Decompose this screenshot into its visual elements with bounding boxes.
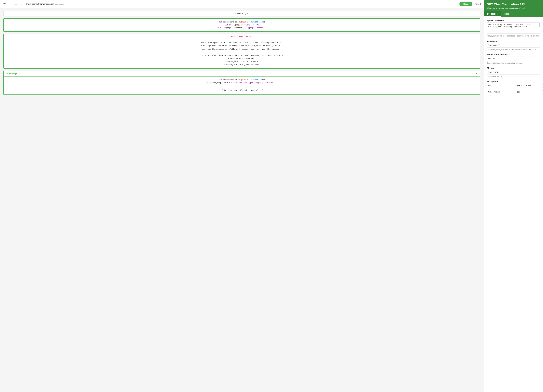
tab-help[interactable]: Help: [501, 11, 512, 17]
ok-flow-code: SET parameters in REQUEST at SERVICE lev…: [6, 79, 477, 86]
messages-label: Messages: [486, 40, 497, 42]
code-line-3: LET messages[0]["content"] = ${input_mes…: [6, 27, 477, 29]
close-button[interactable]: ✕: [538, 2, 541, 6]
chat-block-header: CHAT COMPLETION API: [4, 34, 480, 39]
cursor-icon-5: I: [540, 81, 540, 83]
api-options-expand-1[interactable]: ⬍: [542, 84, 543, 88]
ok-code-line-1: SET parameters in REQUEST at SERVICE lev…: [6, 79, 477, 81]
toolbar: 👁 T ☰ ⤢ Check contact form message@convo…: [0, 0, 484, 8]
comment-line: /* Got response [${check_response}] */: [6, 88, 477, 92]
ok-flow-arrow-icon: ▼: [476, 73, 478, 75]
right-panel-title: GPT Chat Completion API: [486, 3, 540, 6]
code-block-1: SET parameters in REQUEST at SERVICE lev…: [3, 18, 480, 32]
system-message-group: System message I You are AI spam filter.…: [486, 19, 540, 37]
ok-flow-label: OK FLOW (2): [6, 73, 17, 75]
cursor-icon: I: [540, 20, 540, 22]
chat-block-text: You are AI spam filter. Your task is to …: [6, 41, 477, 66]
api-options-val-2[interactable]: [515, 90, 541, 94]
system-message-label: System message: [486, 19, 504, 22]
result-variable-label: Result Variable Name: [486, 53, 508, 56]
system-message-input[interactable]: You are AI spam filter. Your task is to …: [486, 22, 540, 34]
api-options-expand-2[interactable]: ⬍: [542, 90, 543, 94]
code-line-2: LET messages[0]["role"] = user;: [6, 24, 477, 27]
text-icon[interactable]: T: [8, 2, 12, 6]
system-message-wrapper: You are AI spam filter. Your task is to …: [486, 22, 540, 34]
messages-input[interactable]: [486, 43, 540, 48]
workflow-title: Check contact form message@convo-core: [25, 3, 457, 5]
workflow-tag: @convo-core: [53, 3, 64, 5]
properties-body: System message I You are AI spam filter.…: [484, 17, 543, 392]
service-keyword: SERVICE: [251, 21, 258, 23]
api-key-desc: Your OpenAI API key: [486, 75, 540, 78]
tab-properties[interactable]: Properties: [484, 11, 501, 17]
messages-group: Messages I The messages to generate chat…: [486, 40, 540, 51]
api-options-key-1[interactable]: [486, 84, 512, 88]
list-icon[interactable]: ☰: [14, 2, 17, 6]
colon-2: :: [514, 91, 514, 93]
ok-flow-header[interactable]: OK FLOW (2) ▼: [4, 71, 480, 76]
elements-dropdown-icon: ▼: [247, 12, 249, 15]
elements-label: Elements (2): [235, 12, 246, 15]
ok-flow-container: OK FLOW (2) ▼ SET parameters in REQUEST …: [3, 71, 480, 95]
result-variable-desc: Status variable containing completion re…: [486, 62, 540, 64]
chat-completion-block[interactable]: CHAT COMPLETION API You are AI spam filt…: [3, 34, 480, 68]
colon-1: :: [514, 85, 514, 87]
right-panel: GPT Chat Completion API Allows you to ex…: [484, 0, 543, 392]
api-options-row-2: : ⬍: [486, 90, 540, 94]
canvas-area: Elements (2) ▼ SET parameters in REQUEST…: [0, 8, 484, 392]
cursor-icon-3: I: [540, 54, 540, 56]
result-variable-group: Result Variable Name I Status variable c…: [486, 53, 540, 64]
cursor-icon-4: I: [540, 68, 540, 70]
api-key-input[interactable]: [486, 70, 540, 75]
api-key-label: API key: [486, 67, 494, 69]
api-options-val-1[interactable]: [515, 84, 541, 88]
save-button[interactable]: Save: [459, 1, 472, 6]
ok-flow-body: SET parameters in REQUEST at SERVICE lev…: [4, 76, 480, 94]
elements-header[interactable]: Elements (2) ▼: [3, 11, 480, 16]
cursor-icon-2: I: [540, 40, 540, 43]
api-options-row-1: : ⬍: [486, 84, 540, 88]
workflow-name: Check contact form message: [25, 3, 53, 5]
code-line-1: SET parameters in REQUEST at SERVICE lev…: [6, 21, 477, 24]
right-panel-header: GPT Chat Completion API Allows you to ex…: [484, 0, 543, 11]
api-options-label: API options: [486, 80, 498, 83]
tabs: Properties Help: [484, 11, 543, 17]
api-key-group: API key I Your OpenAI API key: [486, 67, 540, 78]
chat-block-body: You are AI spam filter. Your task is to …: [4, 39, 480, 68]
api-options-group: API options I : ⬍ : ⬍: [486, 80, 540, 94]
request-keyword: REQUEST: [238, 21, 246, 23]
right-panel-subtitle: Allows you to execute chat completion AP…: [486, 7, 540, 9]
result-variable-input[interactable]: [486, 57, 540, 61]
api-options-key-2[interactable]: [486, 90, 512, 94]
set-keyword: SET: [219, 21, 222, 23]
revert-button[interactable]: Revert: [475, 3, 481, 5]
messages-desc: The messages to generate chat completion…: [486, 48, 540, 51]
eye-icon[interactable]: 👁: [3, 2, 6, 6]
ok-code-line-2: LET check_response = ${status.choices[0]…: [6, 81, 477, 85]
system-message-desc: Main, system prompt to be added at the b…: [486, 35, 540, 37]
left-panel: 👁 T ☰ ⤢ Check contact form message@convo…: [0, 0, 484, 392]
expand-icon[interactable]: ⤢: [20, 2, 23, 6]
